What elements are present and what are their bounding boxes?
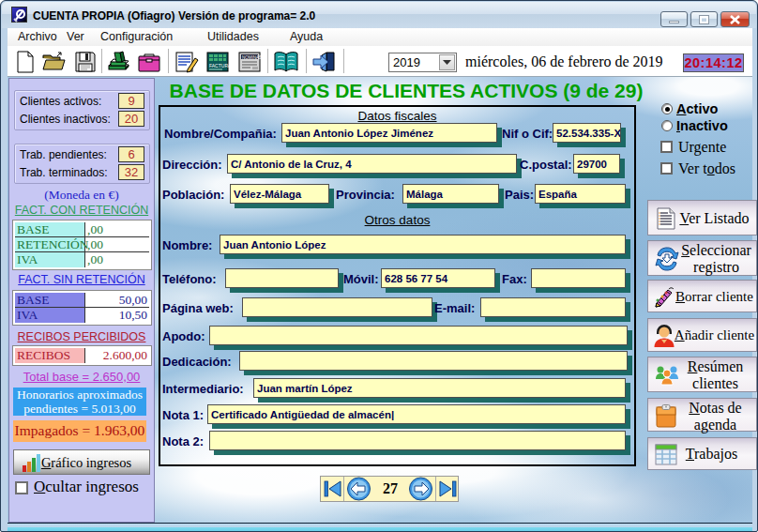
svg-text:FACTURA: FACTURA bbox=[209, 63, 230, 68]
svg-text:NOMINAS: NOMINAS bbox=[242, 55, 262, 60]
